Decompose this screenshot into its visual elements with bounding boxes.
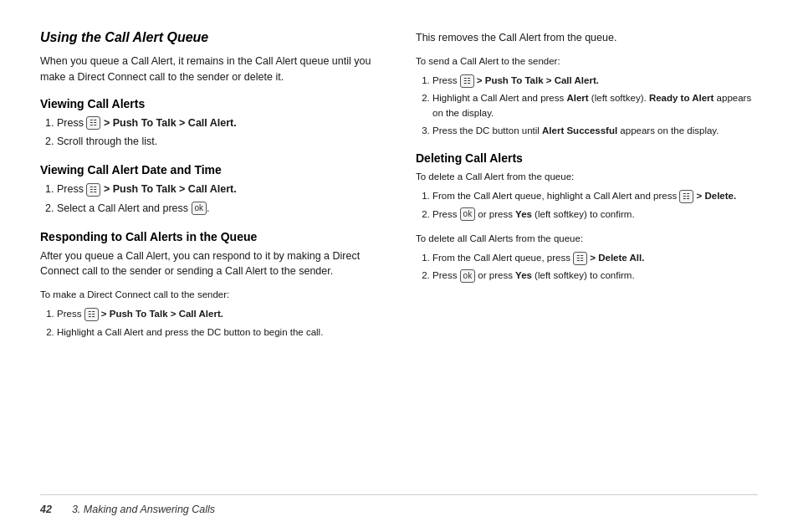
dc-call-subheading: To make a Direct Connect call to the sen… bbox=[40, 288, 382, 302]
list-dc-call: Press ☷ > Push To Talk > Call Alert. Hig… bbox=[40, 307, 382, 343]
ok-icon: ok bbox=[192, 202, 207, 215]
section-title: Using the Call Alert Queue bbox=[40, 30, 382, 45]
list-item: Press ok or press Yes (left softkey) to … bbox=[432, 269, 758, 283]
list-send-alert: Press ☷ > Push To Talk > Call Alert. Hig… bbox=[416, 74, 758, 141]
heading-deleting: Deleting Call Alerts bbox=[416, 151, 758, 165]
delete-subheading: To delete a Call Alert from the queue: bbox=[416, 170, 758, 184]
menu-icon: ☷ bbox=[86, 116, 100, 130]
list-item: From the Call Alert queue, highlight a C… bbox=[432, 189, 758, 203]
ok-icon: ok bbox=[460, 269, 476, 283]
list-item: Scroll through the list. bbox=[57, 134, 382, 150]
left-column: Using the Call Alert Queue When you queu… bbox=[40, 30, 382, 494]
ok-icon: ok bbox=[460, 207, 476, 221]
delete-all-subheading: To delete all Call Alerts from the queue… bbox=[416, 232, 758, 246]
list-item: Highlight a Call Alert and press the DC … bbox=[57, 325, 382, 340]
list-item: Press ☷ > Push To Talk > Call Alert. bbox=[57, 182, 382, 197]
footer: 42 3. Making and Answering Calls bbox=[40, 494, 758, 515]
responding-body: After you queue a Call Alert, you can re… bbox=[40, 248, 382, 280]
page-number: 42 bbox=[40, 504, 52, 515]
menu-icon: ☷ bbox=[679, 190, 693, 203]
list-item: Press ☷ > Push To Talk > Call Alert. bbox=[57, 115, 382, 131]
menu-icon: ☷ bbox=[460, 74, 474, 88]
list-viewing-alerts: Press ☷ > Push To Talk > Call Alert. Scr… bbox=[40, 115, 382, 154]
menu-icon: ☷ bbox=[86, 183, 100, 197]
list-item: Press the DC button until Alert Successf… bbox=[432, 124, 758, 138]
list-delete: From the Call Alert queue, highlight a C… bbox=[416, 189, 758, 225]
heading-responding: Responding to Call Alerts in the Queue bbox=[40, 230, 382, 243]
chapter-title: 3. Making and Answering Calls bbox=[72, 504, 215, 515]
list-item: Press ☷ > Push To Talk > Call Alert. bbox=[432, 74, 758, 88]
list-item: Select a Call Alert and press ok. bbox=[57, 201, 382, 217]
intro-text: When you queue a Call Alert, it remains … bbox=[40, 54, 382, 85]
heading-viewing-alerts: Viewing Call Alerts bbox=[40, 97, 382, 110]
menu-icon: ☷ bbox=[573, 252, 587, 265]
heading-date-time: Viewing Call Alert Date and Time bbox=[40, 163, 382, 176]
list-item: From the Call Alert queue, press ☷ > Del… bbox=[432, 251, 758, 265]
list-delete-all: From the Call Alert queue, press ☷ > Del… bbox=[416, 251, 758, 287]
list-item: Highlight a Call Alert and press Alert (… bbox=[432, 91, 758, 120]
removes-text: This removes the Call Alert from the que… bbox=[416, 30, 758, 46]
send-alert-subheading: To send a Call Alert to the sender: bbox=[416, 54, 758, 69]
list-item: Press ☷ > Push To Talk > Call Alert. bbox=[57, 307, 382, 321]
menu-icon: ☷ bbox=[84, 308, 99, 321]
right-column: This removes the Call Alert from the que… bbox=[416, 30, 758, 494]
list-date-time: Press ☷ > Push To Talk > Call Alert. Sel… bbox=[40, 182, 382, 220]
page: Using the Call Alert Queue When you queu… bbox=[0, 0, 798, 532]
list-item: Press ok or press Yes (left softkey) to … bbox=[432, 207, 758, 222]
